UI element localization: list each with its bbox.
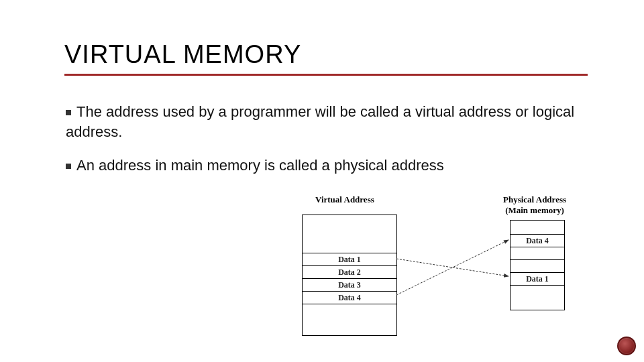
bullet-marker-icon — [66, 110, 71, 115]
bullet-1-text: The address used by a programmer will be… — [66, 103, 574, 140]
address-mapping-diagram: Virtual Address Physical Address (Main m… — [288, 194, 597, 355]
bullet-2: An address in main memory is called a ph… — [66, 156, 576, 176]
title-underline — [64, 74, 588, 76]
bullet-2-text: An address in main memory is called a ph… — [76, 157, 444, 174]
svg-line-0 — [396, 259, 508, 276]
bullet-1: The address used by a programmer will be… — [66, 102, 576, 141]
slide: VIRTUAL MEMORY The address used by a pro… — [0, 0, 644, 362]
slide-badge-icon — [617, 337, 636, 355]
svg-line-1 — [396, 240, 508, 295]
mapping-arrows — [288, 194, 597, 355]
page-title: VIRTUAL MEMORY — [64, 40, 301, 69]
bullet-marker-icon — [66, 164, 71, 169]
